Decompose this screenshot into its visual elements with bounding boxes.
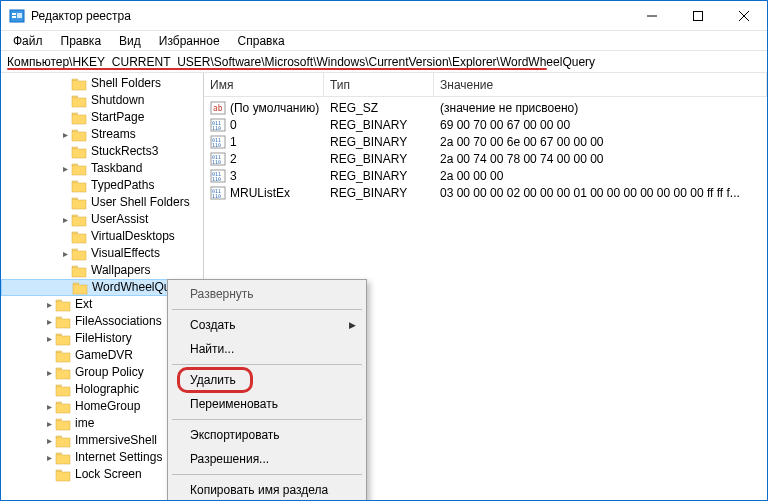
tree-node-label: Shutdown — [91, 92, 144, 109]
submenu-arrow-icon: ▶ — [349, 320, 356, 330]
expand-icon[interactable]: ▸ — [43, 432, 55, 449]
tree-node-typedpaths[interactable]: ▸TypedPaths — [1, 177, 203, 194]
registry-editor-window: Редактор реестра ФайлПравкаВидИзбранноеС… — [0, 0, 768, 501]
menu-правка[interactable]: Правка — [53, 32, 110, 50]
tree-node-streams[interactable]: ▸Streams — [1, 126, 203, 143]
minimize-button[interactable] — [629, 1, 675, 30]
context-item-label: Разрешения... — [190, 452, 269, 466]
close-button[interactable] — [721, 1, 767, 30]
folder-icon — [55, 417, 71, 431]
tree-node-label: VirtualDesktops — [91, 228, 175, 245]
value-row[interactable]: 0111100REG_BINARY69 00 70 00 67 00 00 00 — [204, 116, 767, 133]
value-type: REG_BINARY — [324, 169, 434, 183]
tree-node-userassist[interactable]: ▸UserAssist — [1, 211, 203, 228]
context-item-экспортировать[interactable]: Экспортировать — [170, 423, 364, 447]
binary-value-icon: 011110 — [210, 169, 226, 183]
expand-icon[interactable]: ▸ — [43, 296, 55, 313]
binary-value-icon: 011110 — [210, 152, 226, 166]
folder-icon — [71, 128, 87, 142]
context-item-создать[interactable]: Создать▶ — [170, 313, 364, 337]
expand-icon[interactable]: ▸ — [43, 313, 55, 330]
value-row[interactable]: 011110MRUListExREG_BINARY03 00 00 00 02 … — [204, 184, 767, 201]
expand-icon[interactable]: ▸ — [43, 364, 55, 381]
folder-icon — [55, 451, 71, 465]
expand-icon[interactable]: ▸ — [43, 330, 55, 347]
tree-node-label: Shell Folders — [91, 75, 161, 92]
folder-icon — [71, 145, 87, 159]
expand-icon[interactable]: ▸ — [59, 245, 71, 262]
expand-icon[interactable]: ▸ — [43, 449, 55, 466]
tree-node-label: ime — [75, 415, 94, 432]
folder-icon — [71, 247, 87, 261]
tree-node-shell-folders[interactable]: ▸Shell Folders — [1, 75, 203, 92]
folder-icon — [71, 94, 87, 108]
app-icon — [9, 8, 25, 24]
menu-избранное[interactable]: Избранное — [151, 32, 228, 50]
context-item-удалить[interactable]: Удалить — [170, 368, 364, 392]
value-row[interactable]: ab(По умолчанию)REG_SZ(значение не присв… — [204, 99, 767, 116]
value-data: 2a 00 70 00 6e 00 67 00 00 00 — [434, 135, 767, 149]
column-data[interactable]: Значение — [434, 73, 767, 96]
value-row[interactable]: 0111101REG_BINARY2a 00 70 00 6e 00 67 00… — [204, 133, 767, 150]
folder-icon — [71, 196, 87, 210]
context-item-label: Создать — [190, 318, 236, 332]
tree-node-label: Lock Screen — [75, 466, 142, 483]
folder-icon — [71, 77, 87, 91]
menu-вид[interactable]: Вид — [111, 32, 149, 50]
tree-node-wallpapers[interactable]: ▸Wallpapers — [1, 262, 203, 279]
value-type: REG_BINARY — [324, 186, 434, 200]
tree-node-startpage[interactable]: ▸StartPage — [1, 109, 203, 126]
context-item-label: Экспортировать — [190, 428, 280, 442]
tree-node-label: TypedPaths — [91, 177, 154, 194]
value-row[interactable]: 0111102REG_BINARY2a 00 74 00 78 00 74 00… — [204, 150, 767, 167]
context-separator — [172, 419, 362, 420]
context-item-переименовать[interactable]: Переименовать — [170, 392, 364, 416]
value-name: 0 — [230, 118, 237, 132]
context-item-найти-[interactable]: Найти... — [170, 337, 364, 361]
value-name: MRUListEx — [230, 186, 290, 200]
menubar: ФайлПравкаВидИзбранноеСправка — [1, 31, 767, 51]
svg-text:110: 110 — [212, 159, 221, 165]
expand-icon[interactable]: ▸ — [59, 160, 71, 177]
folder-icon — [55, 366, 71, 380]
svg-rect-1 — [12, 13, 16, 15]
expand-icon[interactable]: ▸ — [59, 126, 71, 143]
svg-rect-2 — [12, 16, 16, 18]
value-type: REG_SZ — [324, 101, 434, 115]
tree-node-virtualdesktops[interactable]: ▸VirtualDesktops — [1, 228, 203, 245]
expand-icon[interactable]: ▸ — [59, 211, 71, 228]
context-item-копировать-имя-раздела[interactable]: Копировать имя раздела — [170, 478, 364, 501]
context-item-label: Копировать имя раздела — [190, 483, 328, 497]
tree-node-label: Taskband — [91, 160, 142, 177]
column-name[interactable]: Имя — [204, 73, 324, 96]
value-name: 2 — [230, 152, 237, 166]
value-data: 69 00 70 00 67 00 00 00 — [434, 118, 767, 132]
menu-справка[interactable]: Справка — [230, 32, 293, 50]
expand-icon[interactable]: ▸ — [43, 398, 55, 415]
binary-value-icon: 011110 — [210, 118, 226, 132]
tree-node-label: Streams — [91, 126, 136, 143]
context-item-разрешения-[interactable]: Разрешения... — [170, 447, 364, 471]
value-row[interactable]: 0111103REG_BINARY2a 00 00 00 — [204, 167, 767, 184]
column-type[interactable]: Тип — [324, 73, 434, 96]
svg-text:110: 110 — [212, 125, 221, 131]
value-name: 3 — [230, 169, 237, 183]
context-item-label: Переименовать — [190, 397, 278, 411]
folder-icon — [55, 298, 71, 312]
address-bar[interactable]: Компьютер\HKEY_CURRENT_USER\Software\Mic… — [1, 51, 767, 73]
context-item-label: Развернуть — [190, 287, 254, 301]
tree-node-visualeffects[interactable]: ▸VisualEffects — [1, 245, 203, 262]
tree-node-taskband[interactable]: ▸Taskband — [1, 160, 203, 177]
svg-rect-5 — [694, 11, 703, 20]
value-type: REG_BINARY — [324, 152, 434, 166]
address-highlight — [7, 68, 547, 70]
maximize-button[interactable] — [675, 1, 721, 30]
tree-node-stuckrects3[interactable]: ▸StuckRects3 — [1, 143, 203, 160]
menu-файл[interactable]: Файл — [5, 32, 51, 50]
value-name: (По умолчанию) — [230, 101, 319, 115]
tree-node-shutdown[interactable]: ▸Shutdown — [1, 92, 203, 109]
tree-node-user-shell-folders[interactable]: ▸User Shell Folders — [1, 194, 203, 211]
value-data: (значение не присвоено) — [434, 101, 767, 115]
expand-icon[interactable]: ▸ — [43, 415, 55, 432]
value-type: REG_BINARY — [324, 118, 434, 132]
